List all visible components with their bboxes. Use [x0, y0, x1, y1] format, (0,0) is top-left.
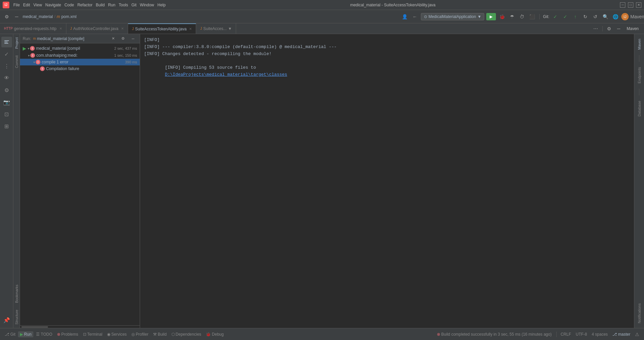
- menu-refactor[interactable]: Refactor: [77, 3, 92, 7]
- git-refresh-icon[interactable]: ↻: [581, 13, 589, 21]
- maven-icon: m: [57, 14, 60, 19]
- menu-build[interactable]: Build: [96, 3, 105, 7]
- eye-icon[interactable]: 👁: [1, 73, 12, 83]
- menu-help[interactable]: Help: [157, 3, 166, 7]
- tab-close-icon[interactable]: ✕: [189, 27, 192, 31]
- git-branch-indicator[interactable]: ⎇ master: [610, 331, 632, 337]
- tab-generated-requests[interactable]: HTTP generated-requests.http ✕: [0, 23, 66, 34]
- output-line-4: [INFO] Compiling 53 source files to D:\I…: [144, 57, 630, 85]
- run-bottom-btn[interactable]: ▶ Run: [18, 331, 33, 337]
- run-bottom-label: Run: [24, 332, 31, 337]
- debug-button[interactable]: 🐞: [498, 13, 506, 21]
- run-button[interactable]: ▶: [486, 13, 496, 20]
- globe-icon[interactable]: 🌐: [611, 13, 619, 21]
- run-settings-icon[interactable]: ⚙: [119, 35, 127, 43]
- tab-auth-notice[interactable]: J AuthNoticeController.java ✕: [66, 23, 128, 34]
- settings-icon[interactable]: ⚙: [3, 13, 11, 21]
- tab-collapse-icon[interactable]: ─: [615, 25, 623, 33]
- run-close-icon[interactable]: ✕: [109, 35, 117, 43]
- structure-label[interactable]: Structure: [14, 306, 19, 328]
- camera-icon[interactable]: 📷: [1, 97, 12, 107]
- tab-dropdown-icon[interactable]: ▼: [228, 26, 232, 31]
- git-undo-icon[interactable]: ↺: [591, 13, 599, 21]
- profiler-bottom-btn[interactable]: ◎ Profiler: [129, 331, 150, 337]
- output-line-1: [INFO]: [144, 37, 630, 44]
- arrow-back-icon[interactable]: ←: [411, 13, 419, 21]
- maven-tab-label[interactable]: Maven: [624, 26, 641, 31]
- tab-suite-access[interactable]: J SuiteAcces... ▼: [196, 23, 236, 34]
- run-config-dropdown[interactable]: ⊙ MedicalMaterialApplication ▼: [421, 13, 485, 20]
- breadcrumb-project[interactable]: medical_material: [23, 14, 53, 19]
- profile-icon[interactable]: IJ: [621, 13, 629, 20]
- maven-btn[interactable]: Maven: [633, 13, 641, 21]
- menu-edit[interactable]: Edit: [23, 3, 30, 7]
- bottom-toolbar: ⎇ Git ▶ Run ☰ TODO ⊗ Problems ⊡ Terminal…: [0, 328, 644, 340]
- build-bottom-btn[interactable]: ⚒ Build: [151, 331, 169, 337]
- commit-label[interactable]: Commit: [14, 52, 19, 71]
- database-icon[interactable]: Database: [636, 97, 643, 120]
- expand-arrow-icon[interactable]: ▾: [28, 47, 29, 50]
- problems-bottom-btn[interactable]: ⊗ Problems: [55, 331, 80, 337]
- project-tool-icon[interactable]: [1, 37, 12, 47]
- notifications-icon[interactable]: Notifications: [636, 300, 643, 327]
- git-bottom-btn[interactable]: ⎇ Git: [3, 331, 17, 337]
- expand-arrow-icon[interactable]: ▾: [28, 54, 30, 57]
- terminal-bottom-btn[interactable]: ⊡ Terminal: [81, 331, 104, 337]
- endpoints-icon[interactable]: Endpoints: [636, 64, 643, 87]
- tab-close-icon[interactable]: ✕: [121, 27, 124, 30]
- vcs-icon[interactable]: 👤: [401, 13, 409, 21]
- maximize-button[interactable]: □: [628, 2, 633, 8]
- debug-bottom-btn[interactable]: 🐞 Debug: [204, 331, 225, 337]
- git-push-icon[interactable]: ↑: [571, 13, 579, 21]
- tree-item-failure[interactable]: ! Compilation failure: [20, 65, 140, 72]
- menu-run[interactable]: Run: [108, 3, 115, 7]
- run-expand-icon[interactable]: ─: [129, 35, 137, 43]
- menu-git[interactable]: Git: [131, 3, 136, 7]
- menu-window[interactable]: Window: [140, 3, 154, 7]
- tree-item-compile[interactable]: ▾ ! compile 1 error 390 ms: [20, 59, 140, 65]
- grid-icon[interactable]: ⊞: [1, 121, 12, 131]
- indent-indicator[interactable]: 4 spaces: [590, 331, 610, 337]
- commit-tool-icon[interactable]: ✓: [1, 49, 12, 59]
- expand-arrow-icon[interactable]: ▾: [33, 60, 35, 64]
- git-check-icon[interactable]: ✓: [551, 13, 559, 21]
- output-link[interactable]: D:\IdeaProjects\medical_material\target\…: [165, 72, 287, 77]
- tabs-more-icon[interactable]: ⋯: [592, 25, 600, 33]
- menu-code[interactable]: Code: [64, 3, 74, 7]
- profile-button[interactable]: ⏱: [518, 13, 526, 21]
- tab-settings-icon[interactable]: ⚙: [605, 25, 613, 33]
- menu-navigate[interactable]: Navigate: [45, 3, 61, 7]
- tree-item-label: Compilation failure: [46, 66, 79, 71]
- menu-view[interactable]: View: [33, 3, 42, 7]
- tab-suite-access-token[interactable]: J SuiteAccessTokenAbility.java ✕: [128, 23, 196, 34]
- tree-scrollbar[interactable]: [20, 325, 140, 328]
- expand-icon[interactable]: ─: [13, 13, 21, 21]
- crlf-indicator[interactable]: CRLF: [559, 331, 573, 337]
- scrollbar-thumb[interactable]: [21, 326, 48, 328]
- encoding-indicator[interactable]: UTF-8: [574, 331, 589, 337]
- tab-close-icon[interactable]: ✕: [59, 27, 62, 30]
- dropdown-arrow-icon: ▼: [477, 14, 481, 19]
- dependencies-bottom-btn[interactable]: ⬡ Dependencies: [169, 331, 203, 337]
- tree-item-root[interactable]: ▶ ▾ ! medical_material [compil 2 sec, 43…: [20, 45, 140, 52]
- gear-small-icon[interactable]: ⚙: [1, 85, 12, 95]
- search-icon[interactable]: 🔍: [601, 13, 609, 21]
- coverage-button[interactable]: ☂: [508, 13, 516, 21]
- menu-file[interactable]: File: [13, 3, 20, 7]
- menu-tools[interactable]: Tools: [119, 3, 128, 7]
- tree-item-package[interactable]: ▾ ! com.shanhaiping:medi: 1 sec, 150 ms: [20, 52, 140, 59]
- bookmarks-label[interactable]: Bookmarks: [14, 281, 19, 306]
- todo-bottom-btn[interactable]: ☰ TODO: [34, 331, 54, 337]
- stop-button[interactable]: ⬛: [528, 13, 536, 21]
- maven-right-icon[interactable]: Maven: [636, 35, 643, 53]
- services-bottom-btn[interactable]: ◉ Services: [105, 331, 129, 337]
- pin-icon[interactable]: 📌: [1, 315, 12, 325]
- warnings-icon[interactable]: ⚠: [633, 331, 641, 338]
- close-button[interactable]: ✕: [636, 2, 641, 8]
- terminal-small-icon[interactable]: ⊡: [1, 109, 12, 119]
- minimize-button[interactable]: ─: [620, 2, 625, 8]
- tool3-icon[interactable]: ⋮: [1, 61, 12, 71]
- project-label[interactable]: Project: [14, 34, 19, 52]
- breadcrumb-file[interactable]: pom.xml: [61, 14, 76, 19]
- git-check2-icon[interactable]: ✓: [561, 13, 569, 21]
